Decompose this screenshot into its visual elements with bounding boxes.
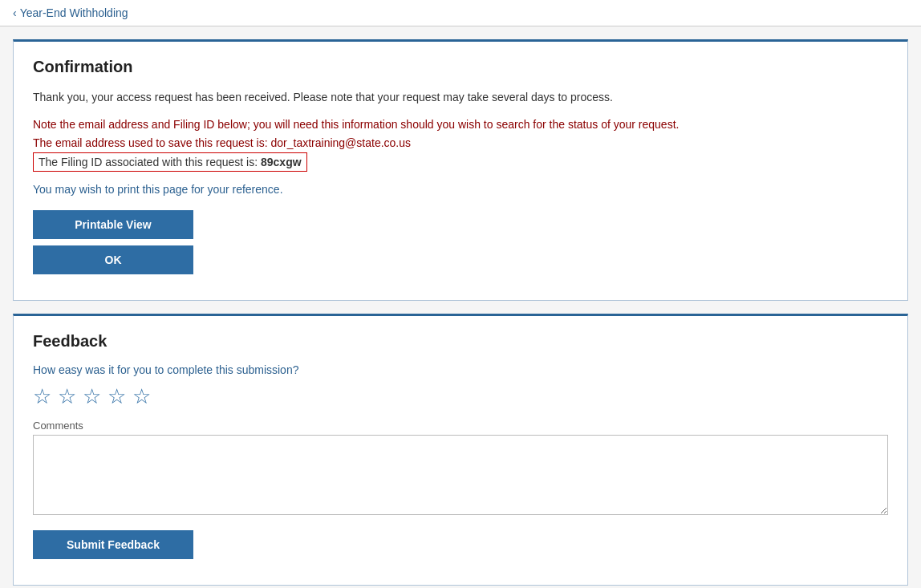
email-value: dor_taxtraining@state.co.us (270, 136, 411, 149)
confirmation-intro: Thank you, your access request has been … (33, 89, 888, 106)
filing-id-value: 89cxgw (261, 156, 302, 168)
feedback-question: How easy was it for you to complete this… (33, 363, 888, 376)
star-5[interactable]: ☆ (132, 386, 151, 407)
filing-id-box: The Filing ID associated with this reque… (33, 152, 307, 172)
back-link-label: Year-End Withholding (20, 6, 128, 19)
feedback-title: Feedback (33, 332, 888, 351)
back-link[interactable]: ‹ Year-End Withholding (13, 6, 128, 19)
top-nav: ‹ Year-End Withholding (0, 0, 921, 26)
star-3[interactable]: ☆ (83, 386, 101, 407)
comments-label: Comments (33, 420, 888, 432)
printable-view-button[interactable]: Printable View (33, 210, 193, 239)
star-1[interactable]: ☆ (33, 386, 51, 407)
feedback-card: Feedback How easy was it for you to comp… (13, 314, 908, 586)
star-2[interactable]: ☆ (58, 386, 76, 407)
print-suggestion: You may wish to print this page for your… (33, 183, 888, 196)
comments-textarea[interactable] (33, 435, 888, 515)
submit-feedback-button[interactable]: Submit Feedback (33, 530, 193, 559)
star-4[interactable]: ☆ (108, 386, 126, 407)
filing-id-label: The Filing ID associated with this reque… (39, 156, 258, 168)
star-rating: ☆ ☆ ☆ ☆ ☆ (33, 386, 888, 407)
email-label: The email address used to save this requ… (33, 136, 268, 149)
ok-button[interactable]: OK (33, 245, 193, 274)
confirmation-card: Confirmation Thank you, your access requ… (13, 39, 908, 301)
confirmation-title: Confirmation (33, 58, 888, 76)
note-line1: Note the email address and Filing ID bel… (33, 116, 888, 133)
main-content: Confirmation Thank you, your access requ… (0, 26, 921, 588)
email-line: The email address used to save this requ… (33, 136, 888, 149)
back-arrow-icon: ‹ (13, 6, 17, 19)
